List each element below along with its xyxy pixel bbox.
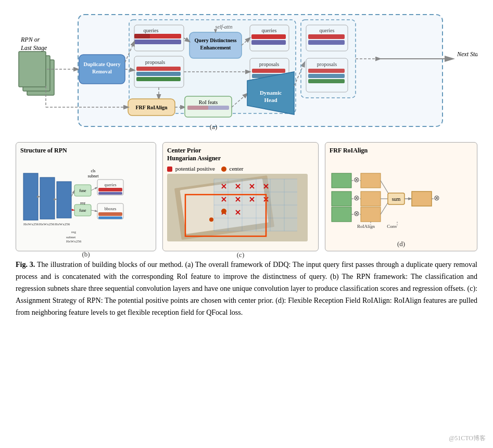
svg-text:fuse: fuse bbox=[79, 208, 86, 213]
svg-text:queries: queries bbox=[144, 28, 159, 33]
panel-d: FRF RoIAlign ⊗ ⊗ ⊗ bbox=[325, 142, 477, 251]
svg-text:queries: queries bbox=[104, 183, 116, 187]
diagram-a-svg: RPN or Last Stage Duplicate Query Remova… bbox=[16, 10, 477, 133]
svg-rect-47 bbox=[187, 106, 208, 110]
svg-rect-85 bbox=[98, 192, 122, 195]
svg-text:Duplicate Query: Duplicate Query bbox=[84, 61, 121, 67]
svg-text:Conv: Conv bbox=[387, 224, 397, 229]
svg-line-99 bbox=[71, 210, 74, 210]
svg-rect-36 bbox=[252, 69, 285, 73]
svg-rect-5 bbox=[19, 52, 46, 87]
panel-c: Center Prior Hungarian Assigner potentia… bbox=[162, 142, 319, 251]
svg-text:Head: Head bbox=[264, 97, 277, 103]
svg-text:sum: sum bbox=[392, 196, 401, 202]
svg-text:Query Distinctness: Query Distinctness bbox=[195, 37, 237, 43]
svg-text:HxWx256: HxWx256 bbox=[39, 222, 55, 226]
diagram-a-container: RPN or Last Stage Duplicate Query Remova… bbox=[16, 10, 477, 133]
svg-text:⊗: ⊗ bbox=[353, 175, 360, 184]
svg-rect-15 bbox=[134, 34, 150, 39]
legend-center: center bbox=[221, 165, 244, 172]
svg-text:(a): (a) bbox=[210, 123, 217, 131]
svg-text:⊗: ⊗ bbox=[353, 209, 360, 217]
panel-b-svg: HxWx256 HxWx256 HxWx256 fuse cls subnet … bbox=[20, 158, 150, 246]
svg-rect-159 bbox=[412, 191, 432, 206]
svg-text:subnet: subnet bbox=[88, 174, 99, 178]
panel-c-svg bbox=[167, 174, 308, 247]
panel-d-svg: ⊗ ⊗ ⊗ sum bbox=[330, 158, 449, 236]
svg-line-154 bbox=[381, 181, 389, 195]
svg-rect-88 bbox=[98, 212, 122, 216]
svg-rect-32 bbox=[251, 40, 286, 45]
svg-text:bboxes: bboxes bbox=[105, 207, 117, 211]
svg-rect-89 bbox=[98, 216, 122, 219]
svg-text:⊗: ⊗ bbox=[353, 194, 360, 202]
svg-text:HxWx256: HxWx256 bbox=[55, 222, 70, 226]
svg-text:Last Stage: Last Stage bbox=[20, 44, 47, 52]
svg-line-79 bbox=[71, 190, 74, 197]
svg-rect-84 bbox=[98, 188, 122, 191]
svg-rect-19 bbox=[136, 72, 181, 76]
svg-rect-140 bbox=[332, 207, 351, 222]
svg-point-137 bbox=[209, 217, 213, 222]
svg-text:fuse: fuse bbox=[79, 188, 86, 193]
svg-text:proposals: proposals bbox=[259, 61, 279, 67]
svg-rect-18 bbox=[136, 67, 181, 71]
svg-text:cls: cls bbox=[91, 169, 96, 173]
svg-text:RoI feats: RoI feats bbox=[199, 99, 218, 105]
svg-rect-69 bbox=[23, 173, 38, 220]
svg-text:reg: reg bbox=[71, 230, 76, 234]
svg-text:Next Stage: Next Stage bbox=[457, 50, 477, 58]
panel-b: Structure of RPN HxWx256 HxWx256 HxWx256… bbox=[16, 142, 156, 251]
svg-text:RoIAlign: RoIAlign bbox=[357, 224, 375, 229]
svg-rect-31 bbox=[251, 34, 286, 39]
legend-positive: potential positive bbox=[167, 165, 215, 172]
svg-text:queries: queries bbox=[262, 28, 277, 33]
caption: Fig. 3. The illustration of building blo… bbox=[16, 259, 477, 318]
label-b: (b) bbox=[20, 250, 151, 259]
svg-text:HxWx256: HxWx256 bbox=[23, 222, 39, 226]
svg-text:FRF RoIAlign: FRF RoIAlign bbox=[135, 105, 167, 110]
svg-rect-148 bbox=[361, 173, 381, 188]
panel-d-title: FRF RoIAlign bbox=[330, 147, 473, 155]
svg-text:RPN or: RPN or bbox=[20, 36, 40, 43]
svg-text:HxWx256: HxWx256 bbox=[66, 239, 82, 244]
svg-rect-71 bbox=[57, 182, 71, 218]
svg-point-136 bbox=[221, 209, 226, 214]
label-c: (c) bbox=[167, 251, 314, 259]
panel-c-title: Center Prior Hungarian Assigner bbox=[167, 147, 314, 162]
caption-text: The illustration of building blocks of o… bbox=[16, 261, 477, 316]
svg-rect-138 bbox=[332, 191, 351, 206]
svg-text:subnet: subnet bbox=[66, 235, 75, 239]
svg-line-97 bbox=[91, 187, 97, 190]
svg-text:proposals: proposals bbox=[145, 59, 165, 65]
svg-rect-20 bbox=[136, 77, 181, 81]
svg-rect-14 bbox=[134, 40, 181, 44]
svg-rect-70 bbox=[40, 177, 55, 219]
bottom-row: Structure of RPN HxWx256 HxWx256 HxWx256… bbox=[16, 142, 477, 251]
svg-text:Removal: Removal bbox=[92, 69, 112, 74]
svg-text:self-attn: self-attn bbox=[216, 24, 233, 30]
svg-rect-147 bbox=[361, 191, 381, 206]
watermark: @51CTO博客 bbox=[449, 434, 486, 443]
label-d: (d) bbox=[330, 240, 473, 248]
svg-text:⊗: ⊗ bbox=[434, 194, 440, 202]
svg-rect-139 bbox=[332, 173, 351, 188]
panel-b-title: Structure of RPN bbox=[20, 147, 151, 155]
svg-rect-62 bbox=[301, 20, 356, 98]
svg-rect-149 bbox=[361, 207, 381, 222]
svg-text:Dynamic: Dynamic bbox=[260, 89, 282, 96]
svg-line-98 bbox=[91, 210, 97, 211]
svg-text:Enhancement: Enhancement bbox=[200, 45, 232, 50]
caption-bold: Fig. 3. bbox=[16, 261, 35, 268]
